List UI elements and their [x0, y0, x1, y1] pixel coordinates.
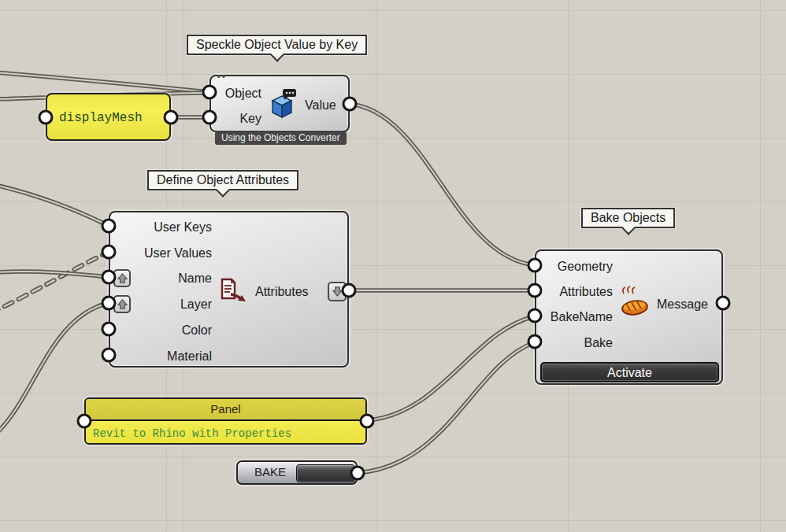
output-label-message: Message	[657, 297, 708, 312]
port-bake-in-geometry[interactable]	[528, 258, 543, 273]
component-speckle-object-value-by-key[interactable]: Object Key Value	[209, 75, 350, 132]
port-displaymesh-in[interactable]	[39, 110, 54, 125]
output-label-value: Value	[305, 98, 336, 113]
input-label-bakename: BakeName	[542, 309, 613, 325]
port-displaymesh-out[interactable]	[164, 110, 179, 125]
wire-bakebutton-to-bake	[358, 342, 535, 473]
bake-button-label: BAKE	[254, 465, 286, 478]
wire-to-name	[0, 272, 109, 277]
port-define-in-material[interactable]	[102, 348, 117, 363]
port-panel-out[interactable]	[360, 414, 375, 429]
balloon-dots-icon	[217, 75, 225, 78]
port-panel-in[interactable]	[77, 414, 92, 429]
callout-define: Define Object Attributes	[147, 170, 298, 190]
panel-title: Panel	[86, 399, 365, 419]
input-label-object: Object	[214, 86, 261, 102]
component-bake-objects[interactable]: Geometry Attributes BakeName Bake Messag…	[535, 249, 723, 385]
panel-display-mesh[interactable]: displayMesh	[46, 93, 171, 141]
port-bake-in-bake[interactable]	[528, 334, 543, 349]
input-label-key: Key	[214, 111, 261, 127]
panel-component[interactable]: Panel Revit to Rhino with Properties	[84, 397, 367, 445]
port-speckle-out-value[interactable]	[343, 97, 358, 112]
port-bake-in-bakename[interactable]	[528, 308, 543, 323]
port-bake-out-message[interactable]	[716, 296, 731, 311]
input-label-user-keys: User Keys	[117, 220, 212, 235]
port-define-in-color[interactable]	[102, 322, 117, 337]
port-bake-in-attributes[interactable]	[528, 283, 543, 298]
port-define-in-layer[interactable]	[102, 296, 117, 311]
input-label-color: Color	[117, 323, 212, 338]
wire-to-object-a	[0, 72, 209, 92]
input-label-bake: Bake	[542, 335, 613, 351]
input-label-attributes: Attributes	[542, 284, 613, 300]
document-arrow-icon	[219, 278, 247, 305]
input-label-material: Material	[117, 349, 212, 364]
callout-bake: Bake Objects	[581, 208, 675, 228]
display-mesh-text: displayMesh	[59, 111, 143, 125]
wire-dashed-to-uservalues	[0, 252, 109, 313]
bake-toggle-button[interactable]	[296, 464, 355, 482]
callout-speckle: Speckle Object Value by Key	[187, 35, 367, 55]
port-define-out-attributes[interactable]	[342, 283, 357, 298]
input-label-user-values: User Values	[117, 246, 212, 261]
panel-divider	[86, 419, 365, 421]
port-define-in-user-keys[interactable]	[102, 219, 117, 234]
grasshopper-canvas[interactable]: Speckle Object Value by Key Define Objec…	[0, 0, 786, 532]
cube-chat-icon	[266, 88, 298, 121]
port-speckle-in-key[interactable]	[202, 110, 217, 125]
wire-panel-to-bakename	[367, 316, 535, 420]
bread-icon	[618, 286, 651, 317]
port-define-in-user-values[interactable]	[102, 245, 117, 260]
speckle-subtitle-tooltip: Using the Objects Converter	[215, 131, 347, 145]
port-speckle-in-object[interactable]	[202, 85, 217, 100]
output-label-attributes: Attributes	[255, 284, 309, 300]
component-define-object-attributes[interactable]: User Keys User Values Name Layer Color M…	[109, 211, 349, 368]
input-label-layer: Layer	[117, 297, 212, 312]
activate-button[interactable]: Activate	[540, 362, 719, 382]
panel-content-text[interactable]: Revit to Rhino with Properties	[93, 427, 291, 440]
input-label-geometry: Geometry	[542, 259, 613, 275]
wire-value-to-geometry	[350, 104, 535, 265]
input-label-name: Name	[117, 271, 212, 286]
port-define-in-name[interactable]	[102, 270, 117, 285]
port-bakebutton-out[interactable]	[350, 466, 365, 481]
bake-button-component[interactable]: BAKE	[236, 460, 358, 485]
wire-to-userkeys	[0, 185, 109, 226]
